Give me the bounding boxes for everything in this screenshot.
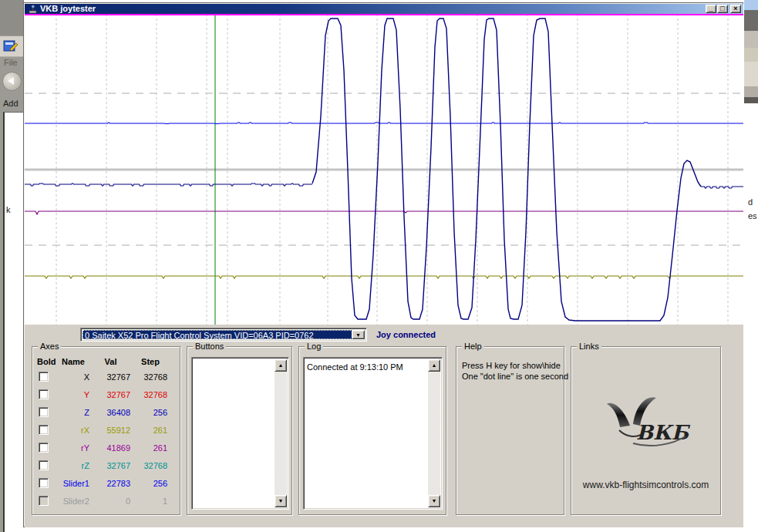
axis-name: rZ [59,461,89,470]
axes-group: Axes Bold Name Val Step X 32767 32768 Y … [32,346,180,515]
buttons-list[interactable]: ▲ ▼ [191,357,289,510]
background-band [744,48,758,62]
background-band [744,86,758,97]
axis-step: 32768 [132,390,169,399]
background-window-left: File Add k [0,0,23,532]
axis-name: rY [59,443,89,453]
bold-checkbox[interactable] [39,443,49,453]
log-group-title: Log [305,342,323,351]
log-scrollbar[interactable]: ▲ ▼ [428,359,440,507]
help-line: Press H key for show\hide [462,361,561,370]
background-band [744,31,758,48]
axes-row-y: Y 32767 32768 [35,386,180,403]
window-title: VKB joytester [40,5,96,13]
document-icon [3,39,20,54]
log-group: Log Connected at 9:13:10 PM ▲ ▼ [298,346,446,515]
axis-val: 41869 [89,443,132,453]
minimize-button[interactable]: _ [706,5,716,13]
axis-step: 261 [132,443,169,453]
background-titlebar [0,0,24,35]
background-text-fragment: d [748,197,753,207]
vkb-joytester-window: VKB joytester _ □ × 0 Saitek X52 Pro Fli… [23,2,743,527]
bold-checkbox[interactable] [39,407,49,417]
header-step: Step [132,357,169,366]
axis-step: 256 [132,408,169,417]
axis-val: 0 [89,497,132,506]
background-band [744,62,758,86]
log-entry: Connected at 9:13:10 PM [307,362,403,372]
axes-row-x: X 32767 32768 [35,368,180,386]
axes-table-header: Bold Name Val Step [35,355,180,368]
buttons-group-title: Buttons [193,342,226,351]
axes-row-slider1: Slider1 22783 256 [35,474,180,492]
header-bold: Bold [35,357,59,366]
vkb-logo[interactable]: ВКБ [571,395,720,452]
control-panel: 0 Saitek X52 Pro Flight Control System V… [25,325,743,527]
axis-step: 32768 [132,461,169,470]
scrollbar-track[interactable] [275,359,287,507]
bold-checkbox[interactable] [39,372,49,382]
bold-checkbox[interactable] [39,425,49,435]
axes-row-z: Z 36408 256 [35,403,180,421]
axes-row-slider2: Slider2 0 1 [35,492,180,510]
background-page-area: k [3,112,25,532]
back-arrow-icon [8,77,14,85]
background-text-fragment: es [748,211,757,221]
background-text-fragment: k [6,205,11,214]
header-val: Val [89,357,132,366]
device-selected-value[interactable]: 0 Saitek X52 Pro Flight Control System V… [83,330,352,339]
scrollbar-track[interactable] [428,359,440,507]
titlebar[interactable]: VKB joytester _ □ × [25,4,743,14]
axes-row-ry: rY 41869 261 [35,439,180,456]
back-button[interactable] [2,72,22,91]
axis-name: rX [59,426,89,435]
close-button[interactable]: × [730,5,741,13]
background-band [744,97,758,103]
axis-val: 32767 [89,372,132,382]
background-window-right: d es [744,0,758,532]
header-name: Name [59,357,89,366]
joystick-icon [28,5,38,13]
axis-step: 32768 [132,372,169,382]
background-menu-add[interactable]: Add [3,99,19,108]
maximize-button[interactable]: □ [717,5,728,13]
scroll-up-icon[interactable]: ▲ [275,359,287,372]
help-line: One "dot line" is one second [462,372,568,381]
axes-row-rz: rZ 32767 32768 [35,456,180,474]
status-joy-connected: Joy connected [376,330,436,339]
bold-checkbox[interactable] [39,460,49,470]
buttons-scrollbar[interactable]: ▲ ▼ [275,359,287,507]
axis-val: 55912 [89,426,132,435]
help-group-title: Help [462,342,484,351]
axis-val: 36408 [89,408,132,417]
logo-text: ВКБ [636,421,691,444]
axis-val: 32767 [89,390,132,399]
scroll-down-icon[interactable]: ▼ [428,495,440,507]
axis-name: Slider2 [59,497,89,506]
combo-dropdown-icon[interactable]: ▼ [352,330,365,339]
bold-checkbox[interactable] [39,478,49,488]
scroll-down-icon[interactable]: ▼ [275,495,287,507]
axis-val: 32767 [89,461,132,470]
axis-val: 22783 [89,479,132,488]
device-select[interactable]: 0 Saitek X52 Pro Flight Control System V… [80,328,367,342]
chart-canvas [25,14,743,325]
bold-checkbox [39,496,49,506]
buttons-group: Buttons ▲ ▼ [187,346,292,515]
help-group: Help Press H key for show\hide One "dot … [456,346,564,515]
axis-trace-chart [25,14,743,325]
background-band [744,10,758,31]
background-band [744,0,758,10]
axis-name: Z [59,408,89,417]
vkb-url-link[interactable]: www.vkb-flightsimcontrols.com [571,480,720,490]
links-group: Links ВКБ www.vkb-flightsimcontrols.com [571,346,721,515]
axis-step: 1 [132,497,169,506]
background-app-icon [0,36,23,57]
logo-wing-icon [607,403,630,427]
axis-step: 261 [132,426,169,435]
axis-name: Y [59,390,89,399]
scroll-up-icon[interactable]: ▲ [428,359,440,372]
axis-name: Slider1 [59,479,89,488]
log-list[interactable]: Connected at 9:13:10 PM ▲ ▼ [303,357,443,510]
bold-checkbox[interactable] [39,389,49,399]
